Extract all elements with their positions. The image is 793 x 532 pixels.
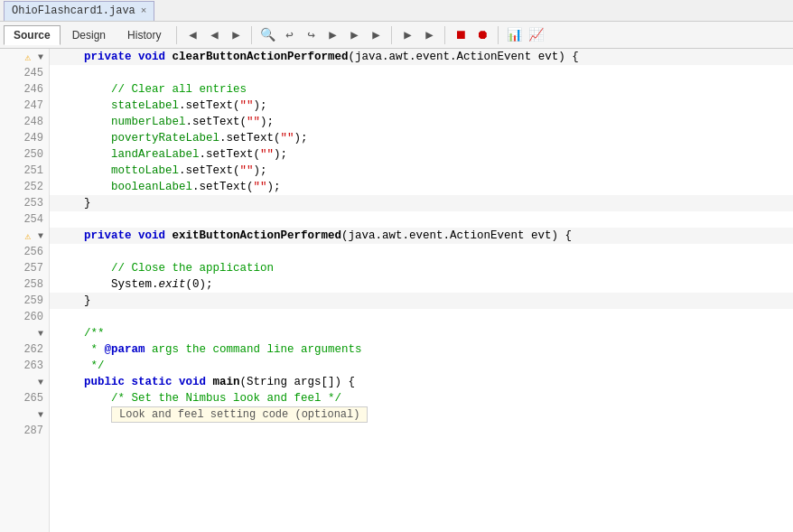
chart-btn-1[interactable]: 📊	[504, 25, 524, 45]
tab-design[interactable]: Design	[62, 25, 116, 45]
line-num-264: ▼	[0, 374, 49, 390]
run-btn-5[interactable]: ▶	[419, 25, 439, 45]
line-num-260: 260	[0, 309, 49, 325]
run-btn-4[interactable]: ▶	[397, 25, 417, 45]
line-num-265: 265	[0, 390, 49, 406]
code-line-256	[50, 244, 793, 260]
toolbar-separator-1	[176, 26, 177, 44]
line-num-257: 257	[0, 260, 49, 276]
code-line-265: /* Set the Nimbus look and feel */	[50, 390, 793, 406]
fold-icon-2[interactable]: ▼	[34, 231, 43, 241]
code-line-246: // Clear all entries	[50, 81, 793, 98]
code-line-245	[50, 65, 793, 81]
code-line-258: System.exit(0);	[50, 276, 793, 293]
line-num-252: 252	[0, 179, 49, 195]
fold-icon-5[interactable]: ▼	[34, 410, 43, 420]
code-line-259: }	[50, 293, 793, 309]
line-num-249: 249	[0, 130, 49, 146]
code-line-260	[50, 309, 793, 325]
line-num-266: ▼	[0, 406, 49, 423]
run-btn-3[interactable]: ▶	[366, 25, 386, 45]
code-line-261: /**	[50, 325, 793, 341]
code-line-249: povertyRateLabel.setText("");	[50, 130, 793, 146]
record-btn[interactable]: ⏺	[472, 25, 492, 45]
line-num-261: ▼	[0, 325, 49, 341]
undo-btn[interactable]: ↩	[279, 25, 299, 45]
line-numbers-panel: ⚠ ▼ 245 246 247 248 249 250 251 252 253 …	[0, 49, 50, 532]
line-num-259: 259	[0, 293, 49, 309]
file-tab[interactable]: OhioFlashcard1.java ×	[4, 1, 154, 21]
tab-close-button[interactable]: ×	[141, 5, 147, 16]
toolbar-separator-5	[498, 26, 499, 44]
redo-btn[interactable]: ↪	[301, 25, 321, 45]
back-btn-2[interactable]: ◀	[204, 25, 224, 45]
line-num-248: 248	[0, 114, 49, 130]
line-num-256: 256	[0, 244, 49, 260]
line-num-header1: ⚠ ▼	[0, 49, 49, 65]
code-line-251: mottoLabel.setText("");	[50, 163, 793, 179]
warning-icon-1: ⚠	[20, 51, 31, 63]
fold-icon-3[interactable]: ▼	[34, 329, 43, 339]
title-bar: OhioFlashcard1.java ×	[0, 0, 793, 22]
chart-btn-2[interactable]: 📈	[526, 25, 546, 45]
code-line-266: Look and feel setting code (optional)	[50, 406, 793, 423]
tab-source[interactable]: Source	[4, 25, 61, 45]
toolbar-separator-4	[444, 26, 445, 44]
line-num-253: 253	[0, 195, 49, 211]
fold-hint[interactable]: Look and feel setting code (optional)	[111, 406, 368, 423]
line-num-263: 263	[0, 358, 49, 374]
stop-btn[interactable]: ⏹	[451, 25, 471, 45]
code-line-262: * @param args the command line arguments	[50, 341, 793, 358]
code-line-252: booleanLabel.setText("");	[50, 179, 793, 195]
run-btn-2[interactable]: ▶	[344, 25, 364, 45]
line-num-247: 247	[0, 98, 49, 114]
line-num-245: 245	[0, 65, 49, 81]
code-line-250: landAreaLabel.setText("");	[50, 146, 793, 163]
line-num-header2: ⚠ ▼	[0, 228, 49, 244]
toolbar-separator-2	[251, 26, 252, 44]
code-line-247: stateLabel.setText("");	[50, 98, 793, 114]
line-num-262: 262	[0, 341, 49, 358]
line-num-254: 254	[0, 211, 49, 228]
tab-history[interactable]: History	[117, 25, 171, 45]
code-line-264: public static void main(String args[]) {	[50, 374, 793, 390]
warning-icon-2: ⚠	[20, 230, 31, 242]
line-num-258: 258	[0, 276, 49, 293]
code-line-263: */	[50, 358, 793, 374]
code-editor[interactable]: private void clearButtonActionPerformed(…	[50, 49, 793, 532]
code-area: ⚠ ▼ 245 246 247 248 249 250 251 252 253 …	[0, 49, 793, 532]
run-btn-1[interactable]: ▶	[322, 25, 342, 45]
back-btn-1[interactable]: ◀	[182, 25, 202, 45]
fwd-btn-1[interactable]: ▶	[226, 25, 246, 45]
line-num-287: 287	[0, 423, 49, 439]
line-num-246: 246	[0, 81, 49, 98]
toolbar: Source Design History ◀ ◀ ▶ 🔍 ↩ ↪ ▶ ▶ ▶ …	[0, 22, 793, 49]
code-line-253: }	[50, 195, 793, 211]
search-btn[interactable]: 🔍	[257, 25, 277, 45]
fold-icon-1[interactable]: ▼	[34, 52, 43, 62]
fold-icon-4[interactable]: ▼	[34, 378, 43, 387]
code-line-254	[50, 211, 793, 228]
toolbar-separator-3	[391, 26, 392, 44]
code-line-exit-header: private void exitButtonActionPerformed(j…	[50, 228, 793, 244]
code-line-248: numberLabel.setText("");	[50, 114, 793, 130]
code-line-257: // Close the application	[50, 260, 793, 276]
code-line-287	[50, 423, 793, 439]
line-num-250: 250	[0, 146, 49, 163]
line-num-251: 251	[0, 163, 49, 179]
file-tab-label: OhioFlashcard1.java	[12, 5, 135, 17]
code-line-clear-header: private void clearButtonActionPerformed(…	[50, 49, 793, 65]
